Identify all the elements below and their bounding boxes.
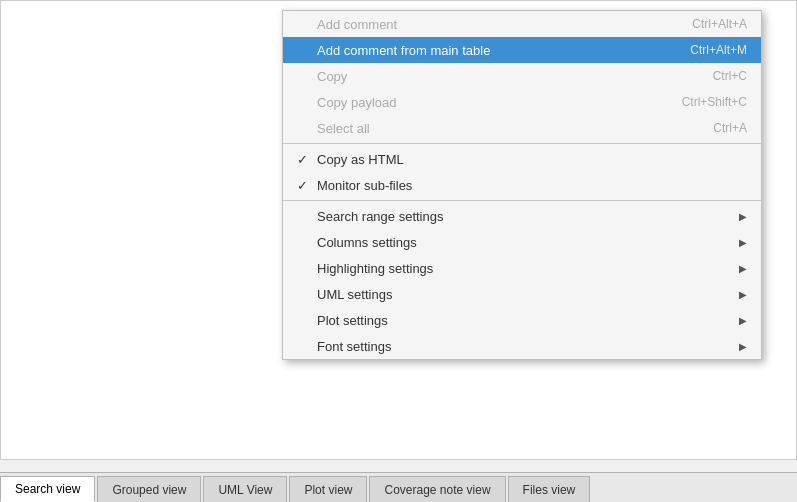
menu-item-shortcut: Ctrl+Alt+M	[690, 43, 747, 57]
menu-item-highlighting-settings[interactable]: Highlighting settings▶	[283, 255, 761, 281]
menu-item-label: Search range settings	[317, 209, 731, 224]
submenu-arrow-icon: ▶	[739, 263, 747, 274]
menu-item-font-settings[interactable]: Font settings▶	[283, 333, 761, 359]
menu-item-uml-settings[interactable]: UML settings▶	[283, 281, 761, 307]
menu-item-copy-as-html[interactable]: ✓Copy as HTML	[283, 146, 761, 172]
menu-item-label: Copy	[317, 69, 673, 84]
menu-item-label: Columns settings	[317, 235, 731, 250]
submenu-arrow-icon: ▶	[739, 341, 747, 352]
menu-item-label: Monitor sub-files	[317, 178, 747, 193]
menu-item-columns-settings[interactable]: Columns settings▶	[283, 229, 761, 255]
menu-item-label: Font settings	[317, 339, 731, 354]
submenu-arrow-icon: ▶	[739, 211, 747, 222]
menu-item-copy: CopyCtrl+C	[283, 63, 761, 89]
tab-uml-view[interactable]: UML View	[203, 476, 287, 502]
menu-item-select-all: Select allCtrl+A	[283, 115, 761, 141]
menu-item-label: Add comment from main table	[317, 43, 650, 58]
tabs-bar: Search viewGrouped viewUML ViewPlot view…	[0, 472, 797, 502]
menu-item-label: Select all	[317, 121, 673, 136]
submenu-arrow-icon: ▶	[739, 315, 747, 326]
tab-coverage-note-view[interactable]: Coverage note view	[369, 476, 505, 502]
context-menu: Add commentCtrl+Alt+A Add comment from m…	[282, 10, 762, 360]
menu-item-label: Plot settings	[317, 313, 731, 328]
menu-item-label: Highlighting settings	[317, 261, 731, 276]
menu-item-add-comment-main[interactable]: Add comment from main tableCtrl+Alt+M	[283, 37, 761, 63]
menu-item-shortcut: Ctrl+Alt+A	[692, 17, 747, 31]
menu-item-monitor-sub-files[interactable]: ✓Monitor sub-files	[283, 172, 761, 198]
menu-item-label: Copy payload	[317, 95, 642, 110]
menu-item-shortcut: Ctrl+C	[713, 69, 747, 83]
menu-item-search-range[interactable]: Search range settings▶	[283, 203, 761, 229]
menu-item-add-comment: Add commentCtrl+Alt+A	[283, 11, 761, 37]
submenu-arrow-icon: ▶	[739, 237, 747, 248]
menu-item-label: UML settings	[317, 287, 731, 302]
menu-item-shortcut: Ctrl+A	[713, 121, 747, 135]
tab-search-view[interactable]: Search view	[0, 476, 95, 502]
submenu-arrow-icon: ▶	[739, 289, 747, 300]
checkbox-icon: ✓	[297, 178, 313, 193]
tab-grouped-view[interactable]: Grouped view	[97, 476, 201, 502]
menu-item-copy-payload: Copy payloadCtrl+Shift+C	[283, 89, 761, 115]
tab-files-view[interactable]: Files view	[508, 476, 591, 502]
menu-item-shortcut: Ctrl+Shift+C	[682, 95, 747, 109]
menu-item-label: Copy as HTML	[317, 152, 747, 167]
menu-separator	[283, 143, 761, 144]
tab-plot-view[interactable]: Plot view	[289, 476, 367, 502]
menu-item-label: Add comment	[317, 17, 652, 32]
menu-item-plot-settings[interactable]: Plot settings▶	[283, 307, 761, 333]
checkbox-icon: ✓	[297, 152, 313, 167]
menu-separator	[283, 200, 761, 201]
